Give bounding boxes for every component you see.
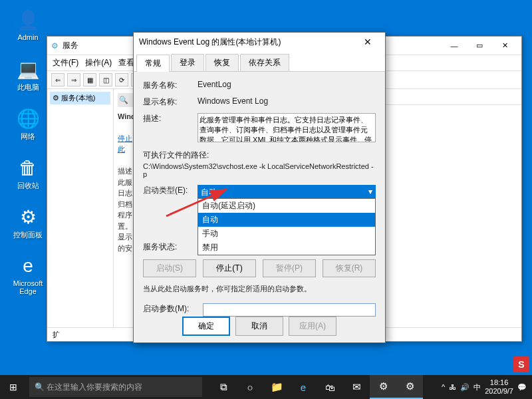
start-params-input [203, 303, 376, 317]
cancel-button[interactable]: 取消 [235, 317, 283, 336]
startup-type-options[interactable]: 自动(延迟启动)自动手动禁用 [198, 198, 376, 255]
task-view-button[interactable]: ⧉ [210, 375, 237, 399]
store-icon[interactable]: 🛍 [317, 375, 343, 399]
tab-0[interactable]: 常规 [136, 55, 170, 72]
search-icon: 🔍 [35, 382, 45, 392]
taskbar[interactable]: ⊞ 🔍 在这里输入你要搜索的内容 ⧉ ○ 📁 e 🛍 ✉ ⚙ ⚙ ^ 🖧 🔊 中… [0, 375, 532, 399]
exe-path-label: 可执行文件的路径: [143, 150, 376, 161]
display-name-value: Windows Event Log [198, 96, 376, 106]
start-button[interactable]: ⊞ [0, 375, 27, 399]
display-name-label: 显示名称: [143, 96, 198, 108]
explorer-icon[interactable]: 📁 [263, 375, 290, 399]
pause-button: 暂停(P) [263, 259, 316, 277]
startup-option[interactable]: 手动 [198, 227, 375, 241]
desktop-icon-edge[interactable]: eMicrosoft Edge [8, 254, 48, 295]
exe-path-value: C:\Windows\System32\svchost.exe -k Local… [143, 162, 376, 178]
startup-type-select[interactable]: 自动▾ 自动(延迟启动)自动手动禁用 [198, 185, 376, 200]
startup-type-label: 启动类型(E): [143, 185, 198, 196]
service-status-label: 服务状态: [143, 241, 198, 253]
back-button[interactable]: ⇐ [51, 73, 65, 86]
service-name-label: 服务名称: [143, 80, 198, 91]
close-button[interactable]: ✕ [492, 37, 517, 55]
tab-2[interactable]: 恢复 [205, 54, 239, 71]
tab-3[interactable]: 依存关系 [240, 54, 289, 71]
recycle-icon: 🗑 [16, 156, 40, 180]
system-tray[interactable]: ^ 🖧 🔊 中 18:16 2020/9/7 💬 [442, 378, 532, 396]
tab-1[interactable]: 登录 [171, 54, 204, 71]
desktop-icon-control-panel[interactable]: ⚙控制面板 [8, 205, 48, 240]
resume-button: 恢复(R) [323, 259, 376, 277]
startup-option[interactable]: 自动 [198, 213, 375, 227]
services-tree[interactable]: ⚙ 服务(本地) [47, 89, 114, 327]
tray-volume-icon[interactable]: 🔊 [460, 383, 469, 392]
stop-button[interactable]: 停止(T) [203, 259, 256, 277]
desktop-icon-admin[interactable]: 👤Admin [8, 8, 48, 41]
admin-icon: 👤 [16, 8, 40, 32]
tree-node-local[interactable]: ⚙ 服务(本地) [50, 92, 110, 104]
start-button: 启动(S) [143, 259, 196, 277]
startup-option[interactable]: 禁用 [198, 241, 375, 255]
network-icon: 🌐 [16, 106, 40, 130]
menu-item[interactable]: 文件(F) [53, 58, 78, 67]
close-button[interactable]: ✕ [356, 37, 380, 47]
tray-network-icon[interactable]: 🖧 [449, 383, 456, 391]
edge-icon[interactable]: e [290, 375, 317, 399]
cortana-icon[interactable]: ○ [237, 375, 263, 399]
settings-icon[interactable]: ⚙ [370, 375, 396, 399]
toolbar-btn[interactable]: ▦ [83, 73, 96, 86]
forward-button[interactable]: ⇒ [67, 73, 80, 86]
properties-dialog: Windows Event Log 的属性(本地计算机) ✕ 常规登录恢复依存关… [133, 32, 386, 343]
minimize-button[interactable]: — [442, 37, 467, 55]
snagit-capture-icon[interactable]: S [513, 356, 529, 372]
ok-button[interactable]: 确定 [182, 317, 230, 336]
taskbar-search[interactable]: 🔍 在这里输入你要搜索的内容 [29, 377, 202, 397]
taskbar-clock[interactable]: 18:16 2020/9/7 [485, 378, 513, 396]
tray-chevron-icon[interactable]: ^ [442, 383, 445, 391]
services-icon: ⚙ [51, 41, 59, 51]
refresh-button[interactable]: ⟳ [115, 73, 128, 86]
description-label: 描述: [143, 113, 198, 124]
service-name-value: EventLog [198, 80, 376, 89]
apply-button: 应用(A) [289, 317, 336, 336]
maximize-button[interactable]: ▭ [467, 37, 492, 55]
properties-titlebar[interactable]: Windows Event Log 的属性(本地计算机) ✕ [134, 33, 385, 51]
properties-tabs[interactable]: 常规登录恢复依存关系 [134, 51, 385, 72]
edge-icon: e [16, 254, 40, 278]
control-panel-icon: ⚙ [16, 205, 40, 229]
notifications-icon[interactable]: 💬 [517, 383, 527, 392]
mail-icon[interactable]: ✉ [343, 375, 370, 399]
chevron-down-icon: ▾ [368, 187, 372, 198]
start-params-hint: 当从此处启动服务时，你可指定所适用的启动参数。 [143, 284, 376, 294]
desktop-icon-network[interactable]: 🌐网络 [8, 106, 48, 142]
start-params-label: 启动参数(M): [143, 303, 203, 315]
services-taskbar-icon[interactable]: ⚙ [396, 375, 423, 399]
services-title: 服务 [63, 40, 78, 51]
properties-title: Windows Event Log 的属性(本地计算机) [139, 37, 281, 48]
startup-option[interactable]: 自动(延迟启动) [198, 199, 375, 213]
this-pc-icon: 💻 [16, 57, 40, 81]
tray-ime[interactable]: 中 [473, 382, 481, 392]
description-text[interactable]: 此服务管理事件和事件日志。它支持日志记录事件、查询事件、订阅事件、归档事件日志以… [198, 113, 376, 142]
toolbar-btn[interactable]: ◫ [99, 73, 112, 86]
menu-item[interactable]: 操作(A) [85, 58, 112, 67]
desktop-icon-this-pc[interactable]: 💻此电脑 [8, 57, 48, 92]
desktop-icon-recycle[interactable]: 🗑回收站 [8, 156, 48, 191]
